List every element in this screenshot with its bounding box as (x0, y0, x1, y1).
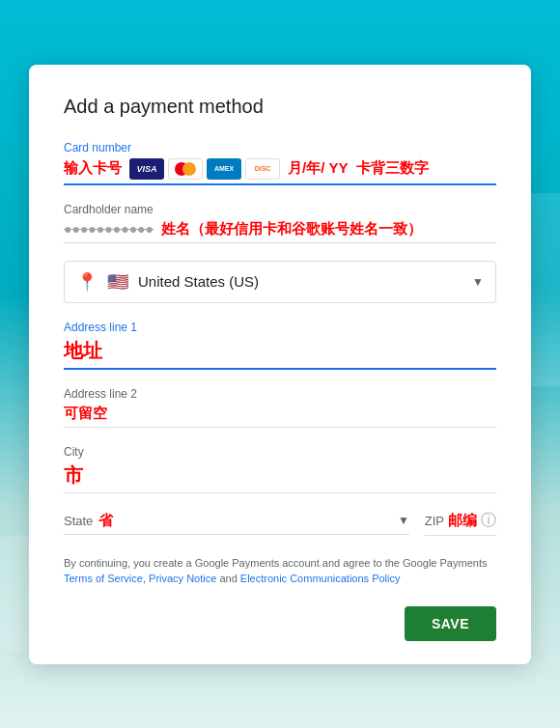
card-number-label: Card number (64, 141, 496, 154)
zip-field: ZIP 邮编 ⓘ (425, 511, 496, 536)
electronic-comms-link[interactable]: Electronic Communications Policy (240, 573, 401, 584)
country-name: United States (US) (138, 273, 462, 290)
city-group: City 市 (64, 445, 496, 493)
visa-icon: VISA (129, 158, 164, 180)
state-chevron-icon: ▼ (398, 514, 409, 527)
save-button[interactable]: SAVE (405, 606, 496, 641)
state-zip-row: State 省 ▼ ZIP 邮编 ⓘ (64, 511, 496, 536)
mastercard-icon (168, 158, 203, 180)
city-placeholder: 市 (64, 464, 83, 486)
card-number-row: 输入卡号 VISA AMEX DISC 月/年/ YY 卡背三数字 (64, 158, 496, 185)
cardholder-redacted: ●●●●●●●●●●● (64, 221, 154, 237)
cvv-placeholder: 卡背三数字 (356, 159, 429, 178)
terms-text: By continuing, you create a Google Payme… (64, 555, 496, 587)
privacy-notice-link[interactable]: Privacy Notice (149, 573, 216, 584)
state-placeholder: 省 (98, 512, 398, 530)
expiry-placeholder: 月/年/ YY (288, 159, 349, 178)
address1-placeholder: 地址 (64, 340, 102, 361)
zip-placeholder: 邮编 (448, 512, 477, 530)
address1-label: Address line 1 (64, 321, 496, 334)
zip-label: ZIP (425, 514, 444, 528)
card-brand-icons: VISA AMEX DISC (129, 158, 280, 180)
city-label: City (64, 445, 496, 459)
cardholder-group: Cardholder name ●●●●●●●●●●● 姓名（最好信用卡和谷歌账… (64, 203, 496, 243)
discover-icon: DISC (245, 158, 280, 180)
cardholder-label: Cardholder name (64, 203, 496, 216)
state-select[interactable]: State 省 ▼ (64, 512, 409, 535)
state-zip-group: State 省 ▼ ZIP 邮编 ⓘ (64, 511, 496, 536)
page-title: Add a payment method (64, 96, 496, 118)
cardholder-hint: 姓名（最好信用卡和谷歌账号姓名一致） (161, 220, 422, 238)
address2-group: Address line 2 可留空 (64, 387, 496, 428)
address1-group: Address line 1 地址 (64, 321, 496, 370)
country-selector[interactable]: 📍 🇺🇸 United States (US) ▼ (64, 261, 496, 303)
chevron-down-icon: ▼ (472, 275, 484, 289)
location-icon: 📍 (76, 271, 98, 293)
terms-sep2: and (216, 573, 239, 584)
terms-of-service-link[interactable]: Terms of Service (64, 573, 143, 584)
country-group: 📍 🇺🇸 United States (US) ▼ (64, 261, 496, 303)
payment-card: Add a payment method Card number 输入卡号 VI… (29, 65, 531, 664)
info-icon[interactable]: ⓘ (481, 511, 496, 531)
country-flag: 🇺🇸 (107, 271, 128, 293)
amex-icon: AMEX (207, 158, 241, 180)
terms-prefix: By continuing, you create a Google Payme… (64, 557, 487, 569)
address2-label: Address line 2 (64, 387, 496, 401)
state-label: State (64, 514, 93, 528)
card-number-group: Card number 输入卡号 VISA AMEX DISC 月/年/ YY … (64, 141, 496, 185)
save-row: SAVE (64, 606, 496, 641)
card-number-placeholder: 输入卡号 (64, 159, 122, 178)
address2-placeholder: 可留空 (64, 405, 107, 421)
cardholder-row: ●●●●●●●●●●● 姓名（最好信用卡和谷歌账号姓名一致） (64, 220, 496, 243)
